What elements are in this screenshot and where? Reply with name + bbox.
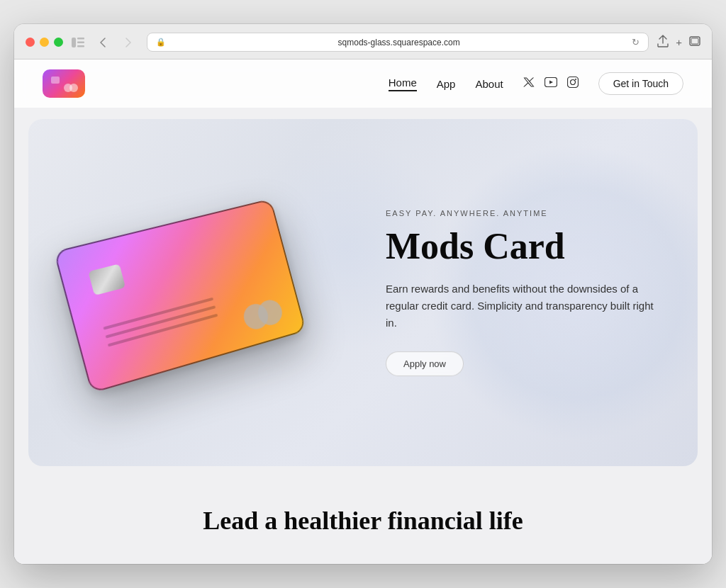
browser-window: 🔒 sqmods-glass.squarespace.com ↻ + [14,24,712,564]
instagram-icon[interactable] [567,77,579,91]
back-button[interactable] [93,35,113,50]
hero-eyebrow: EASY PAY. ANYWHERE. ANYTIME [386,209,655,217]
minimize-button[interactable] [40,38,49,47]
youtube-icon[interactable] [544,77,557,90]
new-tab-icon[interactable]: + [676,36,682,48]
svg-rect-7 [567,77,578,88]
credit-card [54,198,307,393]
site-logo[interactable] [43,69,85,98]
browser-chrome: 🔒 sqmods-glass.squarespace.com ↻ + [14,24,712,60]
logo-circles [64,84,78,92]
logo-chip [51,77,60,84]
social-icons [523,77,579,91]
forward-button[interactable] [118,35,138,50]
tabs-icon[interactable] [689,36,700,48]
maximize-button[interactable] [54,38,63,47]
url-text: sqmods-glass.squarespace.com [170,38,627,47]
svg-rect-5 [691,38,698,44]
bottom-section: Lead a healthier financial life [14,477,712,550]
apply-now-button[interactable]: Apply now [386,351,464,376]
get-in-touch-button[interactable]: Get in Touch [598,72,683,95]
nav-home[interactable]: Home [389,77,417,91]
share-icon[interactable] [657,35,669,50]
nav-links: Home App About [389,72,683,95]
hero-section: EASY PAY. ANYWHERE. ANYTIME Mods Card Ea… [28,119,698,466]
logo-circle-2 [69,84,78,92]
reload-icon: ↻ [632,37,640,47]
website-content: Home App About [14,60,712,564]
browser-controls [93,35,138,50]
lock-icon: 🔒 [156,38,166,47]
traffic-lights [26,38,63,47]
hero-title: Mods Card [386,226,655,266]
card-visual [54,198,307,393]
hero-content: EASY PAY. ANYWHERE. ANYTIME Mods Card Ea… [386,209,655,376]
browser-actions: + [657,35,700,50]
svg-rect-2 [77,41,84,43]
svg-rect-3 [77,45,84,47]
site-navigation: Home App About [14,60,712,108]
svg-rect-0 [72,38,76,47]
close-button[interactable] [26,38,35,47]
nav-about[interactable]: About [475,78,503,90]
svg-rect-1 [77,38,84,40]
svg-point-9 [575,79,576,80]
twitter-icon[interactable] [523,77,535,90]
bottom-title: Lead a healthier financial life [28,506,698,536]
card-edge [54,198,307,393]
sidebar-icon[interactable] [72,38,84,47]
window-bottom [14,550,712,564]
svg-point-8 [570,80,575,85]
address-bar[interactable]: 🔒 sqmods-glass.squarespace.com ↻ [147,33,649,52]
hero-description: Earn rewards and benefits without the do… [386,281,655,332]
nav-app[interactable]: App [437,78,456,90]
